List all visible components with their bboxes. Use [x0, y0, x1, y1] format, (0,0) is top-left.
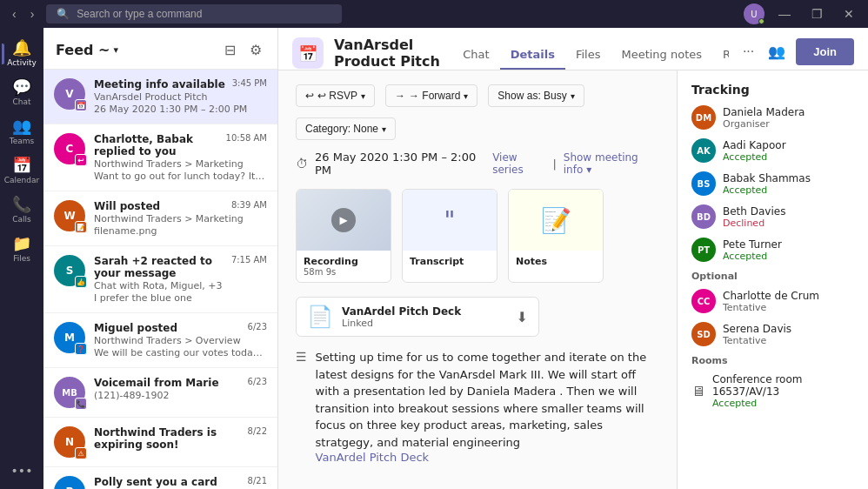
feed-item-time-6: 6/23	[248, 377, 267, 386]
forward-button[interactable]: ›	[25, 5, 40, 23]
feed-item-sub-5: Northwind Traders > Overview	[94, 335, 267, 346]
tracking-person-3: BD Beth Davies Declined	[691, 204, 854, 229]
sidebar-item-activity[interactable]: 🔔 Activity	[2, 35, 42, 72]
feed-content-1: Meeting info available 3:45 PM VanArsdel…	[94, 78, 267, 115]
room-icon: 🖥	[691, 383, 705, 399]
feed-item-title-8: Polly sent you a card	[94, 476, 217, 488]
feed-header-actions: ⊟ ⚙	[221, 38, 265, 62]
recording-duration: 58m 9s	[304, 267, 384, 277]
tracking-person-0: DM Daniela Madera Organiser	[691, 105, 854, 130]
search-input[interactable]	[77, 8, 303, 20]
tab-meeting-notes[interactable]: Meeting notes	[611, 41, 712, 70]
tab-recording[interactable]: Recording & Transcript	[712, 41, 729, 70]
feed-content-8: Polly sent you a card 8/21 Take this pol…	[94, 476, 267, 489]
tracking-avatar-1: AK	[691, 138, 716, 163]
feed-title[interactable]: Feed ~ ▾	[56, 42, 118, 58]
meeting-title: VanArsdel Product Pitch	[334, 37, 442, 70]
join-button[interactable]: Join	[796, 38, 854, 65]
description-link[interactable]: VanArdel Pitch Deck	[316, 451, 430, 464]
calls-icon: 📞	[12, 197, 31, 212]
feed-item-7[interactable]: N ⚠ Northwind Traders is expiring soon! …	[43, 418, 277, 467]
transcript-card[interactable]: " Transcript	[402, 189, 497, 283]
tracking-avatar-opt-1: SD	[691, 322, 716, 346]
tracking-status-0: Organiser	[723, 118, 805, 130]
rsvp-button[interactable]: ↩ ↩ RSVP ▾	[296, 84, 375, 107]
recording-thumbnail: ▶	[297, 190, 391, 251]
feed-item-4[interactable]: S 👍 Sarah +2 reacted to your message 7:1…	[43, 246, 277, 313]
tab-files[interactable]: Files	[565, 41, 611, 70]
sidebar-item-calendar[interactable]: 📅 Calendar	[2, 152, 42, 190]
tracking-name-0: Daniela Madera	[723, 106, 805, 118]
transcript-label: Transcript	[410, 256, 490, 267]
feed-item-preview-2: Want to go out for lunch today? It's my.…	[94, 171, 267, 182]
view-series-link[interactable]: View series	[492, 151, 545, 176]
tab-details[interactable]: Details	[500, 41, 565, 70]
sidebar-item-teams[interactable]: 👥 Teams	[2, 113, 42, 151]
sidebar-item-chat[interactable]: 💬 Chat	[2, 74, 42, 111]
feed-item-sub-1: VanArsdel Product Pitch	[94, 91, 267, 103]
feed-item-time-8: 8/21	[248, 476, 267, 486]
tracking-avatar-2: BS	[691, 171, 716, 196]
notes-label: Notes	[516, 256, 596, 267]
feed-content-6: Voicemail from Marie 6/23 (121)-489-1902	[94, 377, 267, 402]
download-icon[interactable]: ⬇	[517, 309, 528, 325]
forward-chevron-icon: ▾	[464, 91, 468, 101]
feed-item-2[interactable]: C ↩ Charlotte, Babak replied to you 10:5…	[43, 124, 277, 191]
feed-item-title-6: Voicemail from Marie	[94, 377, 219, 389]
back-button[interactable]: ‹	[7, 5, 22, 23]
date-row: ⏱ 26 May 2020 1:30 PM – 2:00 PM View ser…	[296, 151, 659, 177]
sidebar-item-more[interactable]: •••	[2, 459, 42, 482]
notes-card[interactable]: 📝 Notes	[508, 189, 604, 283]
tracking-status-3: Declined	[723, 218, 785, 229]
show-meeting-info-link[interactable]: Show meeting info ▾	[564, 151, 659, 176]
feed-item-time-7: 8/22	[248, 426, 267, 436]
feed-avatar-6: MB 📞	[54, 377, 85, 408]
meeting-body: ↩ ↩ RSVP ▾ → → Forward ▾ Show as: Busy ▾	[278, 70, 868, 489]
sidebar-item-files[interactable]: 📁 Files	[2, 231, 42, 268]
feed-item-title-1: Meeting info available	[94, 78, 225, 90]
meeting-header-actions: ··· 👥 Join	[739, 38, 854, 69]
feed-item-sub-2: Northwind Traders > Marketing	[94, 158, 267, 170]
feed-item-1[interactable]: V 📅 Meeting info available 3:45 PM VanAr…	[43, 70, 277, 124]
close-button[interactable]: ✕	[837, 0, 861, 28]
feed-settings-button[interactable]: ⚙	[246, 38, 265, 62]
feed-item-5[interactable]: M ❓ Miguel posted 6/23 Northwind Traders…	[43, 313, 277, 368]
meeting-content: ↩ ↩ RSVP ▾ → → Forward ▾ Show as: Busy ▾	[278, 70, 677, 489]
attachment-row: 📄 VanArdel Pitch Deck Linked ⬇	[296, 297, 539, 337]
rsvp-bar: ↩ ↩ RSVP ▾ → → Forward ▾ Show as: Busy ▾	[296, 84, 659, 140]
forward-button[interactable]: → → Forward ▾	[385, 84, 477, 107]
tracking-optional-0: CC Charlotte de Crum Tentative	[691, 289, 854, 313]
rsvp-icon: ↩	[305, 90, 314, 102]
feed-avatar-badge-5: ❓	[75, 343, 87, 355]
tracking-optional-1: SD Serena Davis Tentative	[691, 322, 854, 346]
sidebar-item-calls[interactable]: 📞 Calls	[2, 191, 42, 229]
tracking-name-opt-0: Charlotte de Crum	[723, 290, 819, 302]
room-row-0: 🖥 Conference room 16537/AV/13 Accepted	[691, 373, 854, 409]
feed-filter-button[interactable]: ⊟	[221, 38, 239, 62]
clock-icon: ⏱	[296, 157, 308, 171]
feed-item-sub-3: Northwind Traders > Marketing	[94, 213, 267, 224]
feed-avatar-7: N ⚠	[54, 426, 85, 458]
recording-card[interactable]: ▶ Recording 58m 9s	[296, 189, 391, 283]
feed-item-title-7: Northwind Traders is expiring soon!	[94, 426, 248, 451]
feed-item-8[interactable]: P 📊 Polly sent you a card 8/21 Take this…	[43, 467, 277, 489]
user-avatar[interactable]: U	[744, 3, 765, 24]
show-as-button[interactable]: Show as: Busy ▾	[488, 84, 584, 107]
maximize-button[interactable]: ❐	[805, 0, 830, 28]
feed-item-6[interactable]: MB 📞 Voicemail from Marie 6/23 (121)-489…	[43, 368, 277, 418]
date-text: 26 May 2020 1:30 PM – 2:00 PM	[315, 151, 478, 177]
people-button[interactable]: 👥	[765, 40, 789, 64]
feed-avatar-1: V 📅	[54, 78, 85, 110]
tab-chat[interactable]: Chat	[452, 41, 499, 70]
minimize-button[interactable]: —	[771, 0, 798, 28]
category-button[interactable]: Category: None ▾	[296, 117, 396, 140]
recording-label: Recording	[304, 256, 384, 267]
more-options-button[interactable]: ···	[739, 40, 758, 63]
search-bar[interactable]: 🔍	[46, 4, 342, 23]
tracking-panel: Tracking DM Daniela Madera Organiser AK …	[677, 70, 868, 489]
feed-item-3[interactable]: W 📝 Will posted 8:39 AM Northwind Trader…	[43, 191, 277, 246]
feed-avatar-3: W 📝	[54, 200, 85, 231]
tracking-name-opt-1: Serena Davis	[723, 323, 791, 335]
feed-content-4: Sarah +2 reacted to your message 7:15 AM…	[94, 255, 267, 304]
feed-chevron-icon: ▾	[113, 44, 118, 56]
